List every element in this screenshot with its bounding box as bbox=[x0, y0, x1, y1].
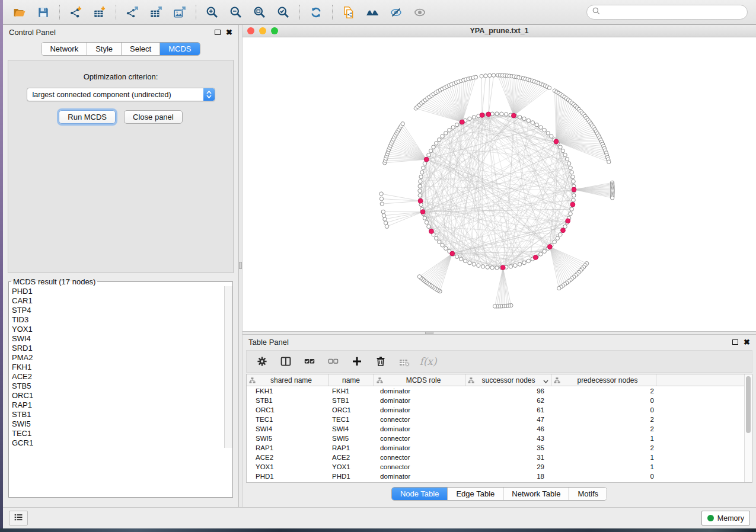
run-mcds-button[interactable]: Run MCDS bbox=[59, 110, 116, 124]
mcds-node[interactable] bbox=[570, 202, 575, 207]
horizontal-splitter-handle[interactable] bbox=[425, 332, 433, 334]
vertical-splitter-handle[interactable] bbox=[239, 262, 242, 269]
close-panel-icon[interactable]: ✖ bbox=[226, 28, 232, 36]
search-input[interactable] bbox=[603, 8, 742, 17]
mcds-result-item[interactable]: PHD1 bbox=[12, 287, 224, 296]
mcds-result-item[interactable]: TID3 bbox=[12, 315, 224, 325]
zoom-out-button[interactable] bbox=[224, 2, 248, 23]
open-button[interactable] bbox=[8, 2, 31, 23]
table-row[interactable]: FKH1FKH1dominator962 bbox=[247, 386, 744, 396]
table-scrollbar[interactable] bbox=[744, 374, 752, 482]
first-neighbors-button[interactable] bbox=[361, 2, 384, 23]
table-row[interactable]: SWI5SWI5connector431 bbox=[247, 434, 744, 443]
mcds-node[interactable] bbox=[460, 120, 465, 124]
unselect-all-button[interactable] bbox=[323, 352, 344, 371]
mcds-result-item[interactable]: STB5 bbox=[12, 382, 224, 391]
minimize-window-button[interactable] bbox=[259, 27, 266, 34]
table-row[interactable]: ACE2ACE2connector311 bbox=[247, 453, 744, 462]
zoom-in-button[interactable] bbox=[200, 2, 224, 23]
mcds-result-item[interactable]: RAP1 bbox=[12, 400, 224, 410]
float-table-panel-icon[interactable] bbox=[732, 339, 738, 345]
mcds-node[interactable] bbox=[512, 113, 516, 118]
mcds-node[interactable] bbox=[418, 198, 423, 203]
result-list-scrollbar[interactable] bbox=[224, 286, 232, 448]
table-row[interactable]: STB1STB1dominator620 bbox=[247, 396, 744, 405]
hide-selected-button[interactable] bbox=[384, 2, 408, 23]
select-all-button[interactable] bbox=[299, 352, 320, 371]
mcds-node[interactable] bbox=[480, 113, 484, 118]
network-view-canvas[interactable] bbox=[243, 37, 756, 331]
delete-table-button[interactable] bbox=[394, 352, 415, 371]
table-row[interactable]: ORC1ORC1dominator610 bbox=[247, 405, 744, 415]
table-row[interactable]: YOX1YOX1connector291 bbox=[247, 462, 744, 472]
close-table-panel-icon[interactable]: ✖ bbox=[744, 338, 750, 346]
float-panel-icon[interactable] bbox=[215, 30, 221, 35]
horizontal-splitter[interactable] bbox=[243, 331, 756, 335]
mcds-node[interactable] bbox=[420, 210, 425, 214]
table-row[interactable]: TEC1TEC1connector472 bbox=[247, 415, 744, 424]
tab-network[interactable]: Network bbox=[42, 43, 87, 55]
columns-button[interactable] bbox=[275, 352, 296, 371]
new-network-from-selection-button[interactable] bbox=[337, 2, 361, 23]
mcds-result-item[interactable]: ACE2 bbox=[12, 372, 224, 382]
memory-button[interactable]: Memory bbox=[701, 511, 750, 525]
mcds-result-item[interactable]: STB1 bbox=[12, 410, 224, 419]
mcds-result-item[interactable]: ORC1 bbox=[12, 391, 224, 400]
column-header-shared-name[interactable]: shared name bbox=[247, 374, 328, 386]
export-table-button[interactable] bbox=[144, 2, 168, 23]
export-image-button[interactable] bbox=[168, 2, 192, 23]
tab-network-table[interactable]: Network Table bbox=[503, 488, 569, 500]
zoom-fit-button[interactable] bbox=[248, 2, 272, 23]
mcds-node[interactable] bbox=[533, 255, 538, 260]
mcds-result-item[interactable]: GCR1 bbox=[12, 438, 224, 448]
network-window-titlebar[interactable]: YPA_prune.txt_1 bbox=[243, 25, 756, 37]
mcds-node[interactable] bbox=[554, 139, 559, 144]
tab-mcds[interactable]: MCDS bbox=[160, 43, 199, 55]
export-network-button[interactable] bbox=[120, 2, 144, 23]
column-header-MCDS-role[interactable]: MCDS role bbox=[374, 374, 465, 386]
mcds-node[interactable] bbox=[424, 157, 429, 162]
mcds-result-item[interactable]: SWI5 bbox=[12, 419, 224, 429]
close-window-button[interactable] bbox=[247, 27, 254, 34]
task-history-button[interactable] bbox=[9, 511, 28, 525]
add-row-button[interactable] bbox=[346, 352, 368, 371]
mcds-result-item[interactable]: YOX1 bbox=[12, 325, 224, 334]
mcds-node[interactable] bbox=[547, 245, 552, 249]
tab-style[interactable]: Style bbox=[87, 43, 122, 55]
import-table-button[interactable] bbox=[88, 2, 111, 23]
mcds-node[interactable] bbox=[500, 265, 505, 270]
column-header-predecessor-nodes[interactable]: predecessor nodes bbox=[551, 374, 656, 386]
save-button[interactable] bbox=[31, 2, 55, 23]
mcds-result-item[interactable]: CAR1 bbox=[12, 296, 224, 306]
vertical-splitter[interactable] bbox=[238, 25, 243, 507]
mcds-node[interactable] bbox=[572, 187, 576, 192]
settings-button[interactable] bbox=[251, 352, 273, 371]
optimization-criterion-select[interactable]: largest connected component (undirected) bbox=[27, 88, 215, 101]
mcds-result-item[interactable]: SRD1 bbox=[12, 344, 224, 353]
function-builder-button[interactable]: f(x) bbox=[417, 352, 439, 371]
mcds-node[interactable] bbox=[486, 112, 491, 117]
tab-motifs[interactable]: Motifs bbox=[569, 488, 607, 500]
mcds-result-item[interactable]: SWI4 bbox=[12, 334, 224, 344]
table-scrollbar-thumb[interactable] bbox=[746, 376, 751, 433]
table-row[interactable]: PHD1PHD1dominator180 bbox=[247, 472, 744, 481]
mcds-result-item[interactable]: STP4 bbox=[12, 306, 224, 315]
mcds-result-item[interactable]: FKH1 bbox=[12, 363, 224, 372]
table-row[interactable]: RAP1RAP1dominator352 bbox=[247, 443, 744, 453]
mcds-result-item[interactable]: PMA2 bbox=[12, 353, 224, 363]
mcds-node[interactable] bbox=[450, 251, 455, 256]
show-all-button[interactable] bbox=[408, 2, 432, 23]
maximize-window-button[interactable] bbox=[271, 27, 278, 34]
mcds-node[interactable] bbox=[429, 229, 434, 234]
mcds-node[interactable] bbox=[561, 228, 566, 233]
refresh-button[interactable] bbox=[304, 2, 328, 23]
column-header-name[interactable]: name bbox=[328, 374, 374, 386]
delete-row-button[interactable] bbox=[370, 352, 391, 371]
tab-node-table[interactable]: Node Table bbox=[392, 488, 448, 500]
tab-select[interactable]: Select bbox=[122, 43, 160, 55]
column-header-successor-nodes[interactable]: successor nodes bbox=[465, 374, 551, 386]
table-row[interactable]: SWI4SWI4dominator462 bbox=[247, 424, 744, 434]
close-panel-button[interactable]: Close panel bbox=[124, 110, 183, 124]
zoom-selected-button[interactable] bbox=[272, 2, 295, 23]
import-network-button[interactable] bbox=[64, 2, 88, 23]
